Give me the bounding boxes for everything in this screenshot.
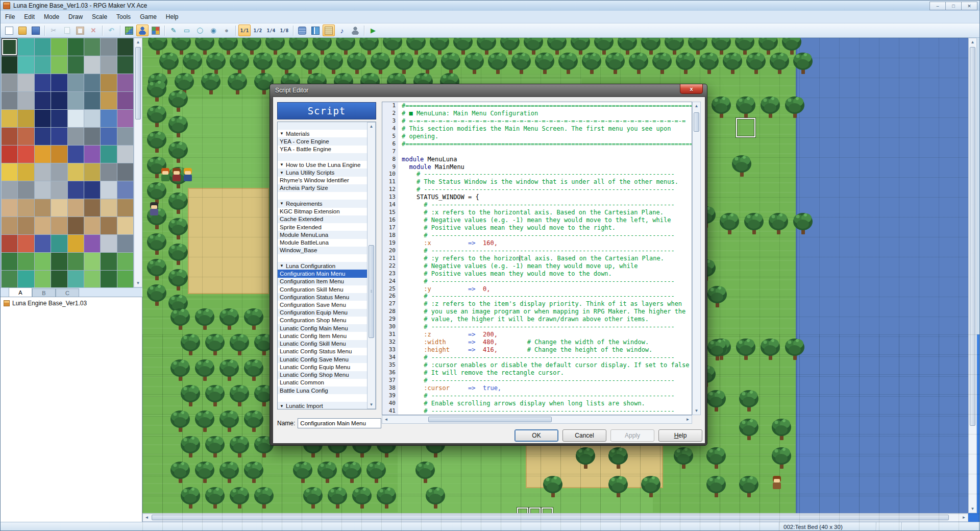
new-project-icon[interactable] [3,25,15,36]
palette-tile[interactable] [117,199,133,216]
palette-tile[interactable] [18,74,34,91]
palette-tile[interactable] [101,235,116,252]
character-sprite[interactable] [149,202,160,216]
palette-tile[interactable] [101,181,116,199]
script-list-item[interactable]: Configuration Main Menu [278,270,369,277]
palette-tile[interactable] [35,163,51,181]
script-list-item[interactable]: ▼Luna Configuration [278,262,369,270]
palette-tile[interactable] [35,235,51,252]
character-generator-icon[interactable] [349,25,361,36]
palette-tile[interactable] [117,163,133,181]
script-list-item[interactable]: Lunatic Config Save Menu [278,355,369,363]
palette-tile[interactable] [68,271,84,288]
palette-tile[interactable] [18,199,34,216]
script-list-item[interactable] [278,192,369,200]
scroll-down-icon[interactable]: ▼ [693,407,700,415]
palette-tile[interactable] [117,110,133,127]
script-list-item[interactable]: ▼Luna Utility Scripts [278,168,369,176]
script-list-item[interactable]: YEA - Core Engine [278,137,369,145]
script-list-item[interactable]: Configuration Status Menu [278,293,369,301]
tileset-palette[interactable] [1,38,134,287]
palette-tile[interactable] [51,92,67,109]
palette-tile[interactable] [2,74,17,91]
palette-tile[interactable] [2,56,17,74]
script-list-item[interactable] [278,122,369,130]
palette-tile[interactable] [2,181,17,199]
palette-tile[interactable] [18,235,34,252]
palette-tile[interactable] [117,235,133,252]
script-list-scrollbar[interactable]: ▲▼ [367,122,376,409]
scroll-up-icon[interactable]: ▲ [368,123,375,130]
palette-tile[interactable] [18,181,34,199]
script-list-item[interactable]: Archeia Party Size [278,184,369,192]
script-editor-icon[interactable] [323,25,335,36]
character-sprite[interactable] [171,168,182,182]
palette-tile[interactable] [51,74,67,91]
script-list-item[interactable]: ▼Materials [278,130,369,137]
shadow-pen-icon[interactable]: ● [220,25,233,36]
script-list-item[interactable] [278,254,369,262]
script-list-item[interactable]: Module MenuLuna [278,231,369,238]
palette-tile[interactable] [84,253,100,270]
palette-tile[interactable] [117,217,133,234]
palette-tile[interactable] [101,253,116,270]
palette-tile[interactable] [84,235,100,252]
palette-tile[interactable] [84,128,100,145]
zoom-1-8-icon[interactable]: 1/8 [278,25,290,36]
palette-tile[interactable] [35,253,51,270]
palette-tile[interactable] [35,56,51,74]
palette-tile[interactable] [101,110,116,127]
code-horizontal-scrollbar[interactable]: ◄ ► [382,415,692,424]
script-list-item[interactable]: Lunatic Common [278,379,369,387]
menu-edit[interactable]: Edit [19,11,39,22]
script-list-item[interactable]: Battle Luna Config [278,387,369,394]
palette-tile[interactable] [18,217,34,234]
script-list-item[interactable]: ▼How to Use the Luna Engine [278,161,369,168]
script-list[interactable]: ▼MaterialsYEA - Core EngineYEA - Battle … [277,122,376,409]
palette-tile[interactable] [101,199,116,216]
dialog-close-button[interactable]: x [680,84,703,94]
palette-tile[interactable] [84,146,100,163]
palette-tile[interactable] [68,38,84,56]
map-mode-icon[interactable] [123,25,135,36]
palette-tile[interactable] [2,199,17,216]
palette-tab-b[interactable]: B [32,288,56,297]
scroll-down-icon[interactable]: ▼ [134,279,142,287]
palette-tile[interactable] [2,163,17,181]
palette-tile[interactable] [18,110,34,127]
ok-button[interactable]: OK [514,429,558,442]
palette-tile[interactable] [51,253,67,270]
palette-tile[interactable] [2,235,17,252]
palette-tile[interactable] [35,271,51,288]
palette-tile[interactable] [84,163,100,181]
palette-tile[interactable] [84,181,100,199]
script-list-item[interactable]: Lunatic Config Status Menu [278,348,369,355]
zoom-1-4-icon[interactable]: 1/4 [265,25,277,36]
palette-tile[interactable] [2,38,17,56]
palette-tile[interactable] [68,56,84,74]
menu-game[interactable]: Game [135,11,161,22]
materials-icon[interactable] [309,25,322,36]
palette-tile[interactable] [18,56,34,74]
delete-icon[interactable]: ✕ [87,25,100,36]
palette-tile[interactable] [35,110,51,127]
palette-tile[interactable] [84,38,100,56]
palette-tile[interactable] [51,146,67,163]
scroll-down-icon[interactable]: ▼ [368,401,375,408]
palette-tile[interactable] [51,128,67,145]
palette-tile[interactable] [51,110,67,127]
palette-tile[interactable] [68,110,84,127]
open-project-icon[interactable] [16,25,29,36]
palette-tile[interactable] [18,128,34,145]
script-list-item[interactable]: YEA - Battle Engine [278,146,369,153]
character-sprite[interactable] [771,476,782,490]
copy-icon[interactable] [61,25,73,36]
palette-tile[interactable] [117,74,133,91]
map-horizontal-scrollbar[interactable]: ◄ ► [142,513,968,522]
palette-tile[interactable] [101,128,116,145]
palette-tile[interactable] [101,92,116,109]
palette-tile[interactable] [101,74,116,91]
palette-tile[interactable] [51,217,67,234]
script-list-item[interactable]: Lunatic Config Shop Menu [278,371,369,379]
close-button[interactable]: ✕ [961,2,977,10]
